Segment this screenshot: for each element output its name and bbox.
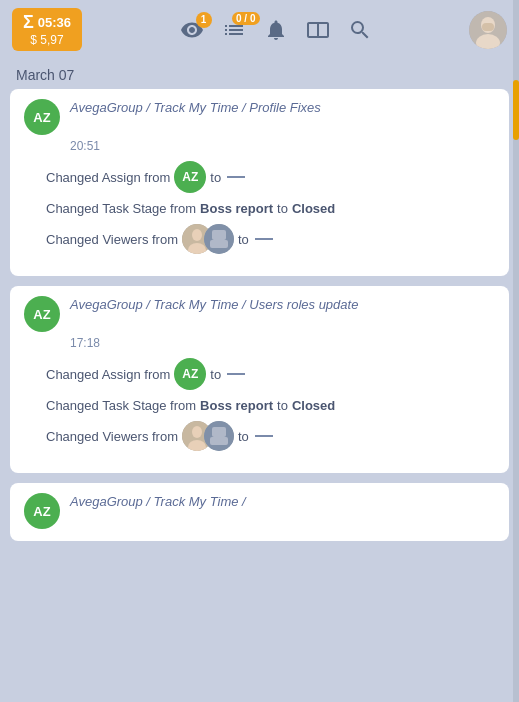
stage-text: Changed Task Stage from <box>46 201 196 216</box>
viewer-face-4 <box>204 421 234 451</box>
change-viewers-2: Changed Viewers from <box>46 421 495 451</box>
svg-rect-8 <box>212 230 226 240</box>
list-icon-wrap[interactable]: 0 / 0 <box>222 18 246 42</box>
sigma-icon: Σ <box>23 12 34 33</box>
svg-point-5 <box>192 229 202 241</box>
assign-text: Changed Assign from <box>46 170 170 185</box>
svg-rect-3 <box>482 23 494 31</box>
card-2-changes: Changed Assign from AZ to Changed Task S… <box>24 358 495 451</box>
card-3: AZ AvegaGroup / Track My Time / <box>10 483 509 541</box>
assign-dash <box>227 176 245 178</box>
viewer-avatar-2 <box>204 224 234 254</box>
change-assign-1: Changed Assign from AZ to <box>46 161 495 193</box>
tablet-icon-wrap[interactable] <box>306 18 330 42</box>
assign-text-2: Changed Assign from <box>46 367 170 382</box>
change-viewers-1: Changed Viewers from <box>46 224 495 254</box>
card-1-header: AZ AvegaGroup / Track My Time / Profile … <box>24 99 495 135</box>
header: Σ 05:36 $ 5,97 1 0 / 0 <box>0 0 519 59</box>
search-icon-wrap[interactable] <box>348 18 372 42</box>
assign-dash-2 <box>227 373 245 375</box>
card-2-avatar: AZ <box>24 296 60 332</box>
svg-rect-9 <box>210 240 228 248</box>
stage-to-value-2: Closed <box>292 398 335 413</box>
stage-to-text: to <box>277 201 288 216</box>
svg-rect-15 <box>210 437 228 445</box>
change-stage-2: Changed Task Stage from Boss report to C… <box>46 398 495 413</box>
bell-icon <box>264 18 288 42</box>
card-2-time: 17:18 <box>70 336 495 350</box>
content-area: AZ AvegaGroup / Track My Time / Profile … <box>0 89 519 702</box>
svg-rect-14 <box>212 427 226 437</box>
viewer-face-2 <box>204 224 234 254</box>
eye-icon-wrap[interactable]: 1 <box>180 18 204 42</box>
card-3-avatar: AZ <box>24 493 60 529</box>
viewers-text-2: Changed Viewers from <box>46 429 178 444</box>
logo-box[interactable]: Σ 05:36 $ 5,97 <box>12 8 82 51</box>
scrollbar-thumb[interactable] <box>513 80 519 140</box>
assign-from-avatar-2: AZ <box>174 358 206 390</box>
eye-badge: 1 <box>196 12 212 28</box>
card-3-title: AvegaGroup / Track My Time / <box>70 493 246 511</box>
header-icons: 1 0 / 0 <box>96 18 455 42</box>
date-label: March 07 <box>16 67 74 83</box>
card-1-time: 20:51 <box>70 139 495 153</box>
card-1-avatar: AZ <box>24 99 60 135</box>
stage-from-value: Boss report <box>200 201 273 216</box>
card-1: AZ AvegaGroup / Track My Time / Profile … <box>10 89 509 276</box>
stage-to-value: Closed <box>292 201 335 216</box>
viewers-from-avatars <box>182 224 234 254</box>
stage-text-2: Changed Task Stage from <box>46 398 196 413</box>
date-bar: March 07 <box>0 59 519 89</box>
tablet-icon <box>306 18 330 42</box>
user-avatar-image <box>469 11 507 49</box>
assign-to-text-2: to <box>210 367 221 382</box>
card-2: AZ AvegaGroup / Track My Time / Users ro… <box>10 286 509 473</box>
timer-display: 05:36 <box>38 15 71 30</box>
assign-from-avatar: AZ <box>174 161 206 193</box>
svg-point-11 <box>192 426 202 438</box>
change-stage-1: Changed Task Stage from Boss report to C… <box>46 201 495 216</box>
assign-to-text: to <box>210 170 221 185</box>
scrollbar-track <box>513 0 519 702</box>
list-badge: 0 / 0 <box>232 12 259 25</box>
stage-from-value-2: Boss report <box>200 398 273 413</box>
bell-icon-wrap[interactable] <box>264 18 288 42</box>
card-2-title: AvegaGroup / Track My Time / Users roles… <box>70 296 358 314</box>
stage-to-text-2: to <box>277 398 288 413</box>
card-3-header: AZ AvegaGroup / Track My Time / <box>24 493 495 529</box>
card-1-changes: Changed Assign from AZ to Changed Task S… <box>24 161 495 254</box>
viewers-to-text: to <box>238 232 249 247</box>
change-assign-2: Changed Assign from AZ to <box>46 358 495 390</box>
viewers-dash <box>255 238 273 240</box>
money-display: $ 5,97 <box>30 33 63 47</box>
viewers-text: Changed Viewers from <box>46 232 178 247</box>
viewers-dash-2 <box>255 435 273 437</box>
viewer-avatar-4 <box>204 421 234 451</box>
viewers-to-text-2: to <box>238 429 249 444</box>
card-2-header: AZ AvegaGroup / Track My Time / Users ro… <box>24 296 495 332</box>
search-icon <box>348 18 372 42</box>
viewers-from-avatars-2 <box>182 421 234 451</box>
card-1-title: AvegaGroup / Track My Time / Profile Fix… <box>70 99 321 117</box>
user-avatar[interactable] <box>469 11 507 49</box>
